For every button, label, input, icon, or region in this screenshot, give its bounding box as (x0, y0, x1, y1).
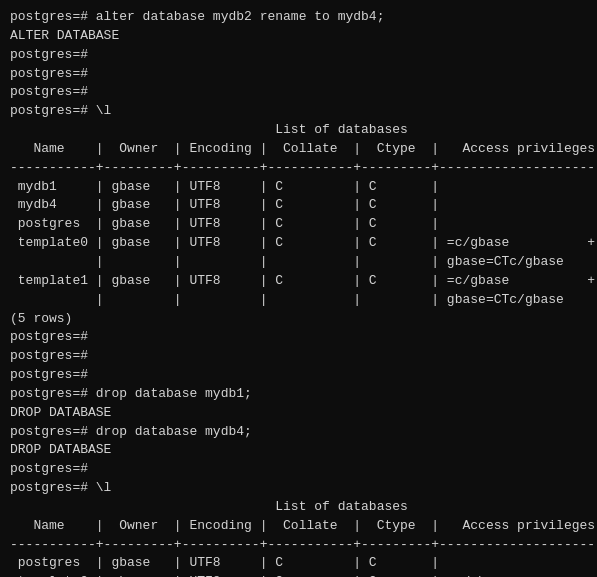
terminal-line: postgres=# (10, 328, 587, 347)
terminal-line: Name | Owner | Encoding | Collate | Ctyp… (10, 140, 587, 159)
terminal-line: -----------+---------+----------+-------… (10, 536, 587, 555)
terminal-line: postgres=# (10, 366, 587, 385)
terminal-line: postgres | gbase | UTF8 | C | C | (10, 554, 587, 573)
terminal-line: DROP DATABASE (10, 441, 587, 460)
terminal-line: postgres=# (10, 83, 587, 102)
terminal-line: postgres=# (10, 347, 587, 366)
terminal-line: postgres=# drop database mydb4; (10, 423, 587, 442)
terminal-line: postgres=# \l (10, 102, 587, 121)
terminal-line: -----------+---------+----------+-------… (10, 159, 587, 178)
terminal-line: postgres=# (10, 460, 587, 479)
terminal-line: List of databases (10, 498, 587, 517)
terminal-line: template1 | gbase | UTF8 | C | C | =c/gb… (10, 272, 587, 291)
terminal-line: postgres=# (10, 46, 587, 65)
terminal-line: postgres=# alter database mydb2 rename t… (10, 8, 587, 27)
terminal-line: template0 | gbase | UTF8 | C | C | =c/gb… (10, 234, 587, 253)
terminal-line: DROP DATABASE (10, 404, 587, 423)
terminal-line: mydb4 | gbase | UTF8 | C | C | (10, 196, 587, 215)
terminal-line: postgres=# (10, 65, 587, 84)
terminal-line: ALTER DATABASE (10, 27, 587, 46)
terminal-line: postgres=# \l (10, 479, 587, 498)
terminal-line: | | | | | gbase=CTc/gbase (10, 291, 587, 310)
terminal-line: mydb1 | gbase | UTF8 | C | C | (10, 178, 587, 197)
terminal-line: (5 rows) (10, 310, 587, 329)
terminal-line: List of databases (10, 121, 587, 140)
terminal-line: postgres | gbase | UTF8 | C | C | (10, 215, 587, 234)
terminal-line: template0 | gbase | UTF8 | C | C | =c/gb… (10, 573, 587, 577)
terminal-line: postgres=# drop database mydb1; (10, 385, 587, 404)
terminal-line: | | | | | gbase=CTc/gbase (10, 253, 587, 272)
terminal-line: Name | Owner | Encoding | Collate | Ctyp… (10, 517, 587, 536)
terminal-output: postgres=# alter database mydb2 rename t… (10, 8, 587, 577)
